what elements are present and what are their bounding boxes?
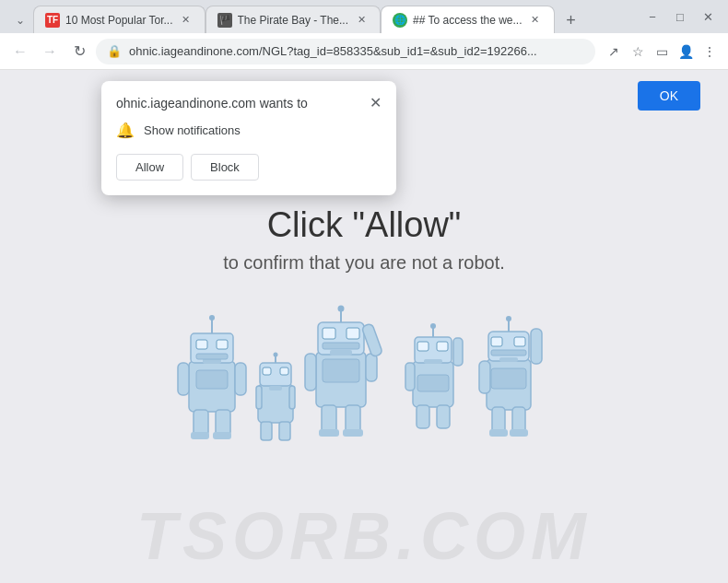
toolbar-icons: ↗ ☆ ▭ 👤 ⋮ <box>603 41 721 63</box>
svg-rect-48 <box>437 342 448 351</box>
forward-button[interactable]: → <box>37 39 63 64</box>
profile-icon[interactable]: 👤 <box>675 41 697 63</box>
svg-rect-32 <box>346 328 359 339</box>
reload-button[interactable]: ↻ <box>66 39 92 64</box>
tab-list-button[interactable]: ⌄ <box>7 7 33 33</box>
svg-rect-49 <box>417 375 449 391</box>
tab-2-favicon: 🏴 <box>217 13 232 28</box>
svg-rect-6 <box>217 340 228 349</box>
svg-rect-68 <box>510 429 528 437</box>
svg-rect-20 <box>263 367 271 375</box>
title-bar: ⌄ TF 10 Most Popular Tor... ✕ 🏴 The Pira… <box>0 0 728 33</box>
svg-rect-38 <box>322 405 336 433</box>
browser-content: TSORB.COM Click "Allow" to confirm that … <box>0 70 728 583</box>
page-subtext: to confirm that you are not a robot. <box>223 252 505 274</box>
popup-title: ohnic.iageandinone.com wants to <box>116 96 308 111</box>
robots-illustration <box>170 301 558 449</box>
svg-rect-8 <box>196 370 228 389</box>
popup-buttons: Allow Block <box>116 154 382 181</box>
lock-icon: 🔒 <box>107 44 122 58</box>
bookmark-icon[interactable]: ☆ <box>627 41 649 63</box>
allow-button[interactable]: Allow <box>116 154 183 181</box>
svg-rect-53 <box>437 405 450 428</box>
notification-label: Show notifications <box>144 123 241 137</box>
page-headline: Click "Allow" <box>267 205 462 245</box>
tab-3-label: ## To access the we... <box>413 14 523 27</box>
close-button[interactable]: ✕ <box>695 4 721 29</box>
svg-rect-25 <box>279 422 290 440</box>
tab-1-favicon: TF <box>45 13 60 28</box>
svg-rect-33 <box>323 343 359 349</box>
tab-1-close[interactable]: ✕ <box>179 13 194 28</box>
tab-1[interactable]: TF 10 Most Popular Tor... ✕ <box>33 6 205 33</box>
svg-rect-31 <box>323 328 335 339</box>
svg-rect-60 <box>514 337 525 346</box>
sidebar-icon[interactable]: ▭ <box>651 41 673 63</box>
svg-rect-63 <box>531 329 542 364</box>
svg-rect-52 <box>417 405 429 428</box>
notification-popup: ohnic.iageandinone.com wants to ✕ 🔔 Show… <box>101 81 396 195</box>
svg-point-58 <box>506 316 511 321</box>
tab-3[interactable]: 🌐 ## To access the we... ✕ <box>381 6 555 33</box>
svg-rect-56 <box>499 357 518 362</box>
svg-rect-35 <box>305 354 316 391</box>
svg-rect-47 <box>417 342 429 351</box>
notification-row: 🔔 Show notifications <box>116 122 382 139</box>
svg-rect-59 <box>491 337 502 346</box>
svg-rect-64 <box>479 361 490 393</box>
svg-rect-50 <box>405 363 415 391</box>
back-button[interactable]: ← <box>7 39 33 64</box>
svg-rect-24 <box>261 422 272 440</box>
tab-2-close[interactable]: ✕ <box>354 13 369 28</box>
popup-header: ohnic.iageandinone.com wants to ✕ <box>116 96 382 111</box>
svg-rect-10 <box>235 363 246 395</box>
minimize-button[interactable]: − <box>640 4 665 29</box>
tab-1-label: 10 Most Popular Tor... <box>65 14 173 27</box>
popup-close-icon[interactable]: ✕ <box>370 96 382 111</box>
tab-3-close[interactable]: ✕ <box>528 13 543 28</box>
address-bar: ← → ↻ 🔒 ohnic.iageandinone.com/NGL?tag_i… <box>0 33 728 70</box>
tab-2[interactable]: 🏴 The Pirate Bay - The... ✕ <box>205 6 382 33</box>
svg-rect-61 <box>491 350 526 356</box>
url-text: ohnic.iageandinone.com/NGL?tag_id=858335… <box>129 44 584 58</box>
svg-rect-41 <box>343 429 363 437</box>
svg-point-19 <box>274 352 278 356</box>
svg-rect-66 <box>512 407 525 433</box>
robots-svg <box>170 301 558 449</box>
svg-rect-5 <box>196 340 207 349</box>
svg-rect-34 <box>323 359 359 382</box>
svg-rect-36 <box>366 354 377 381</box>
new-tab-button[interactable]: + <box>558 7 584 33</box>
ok-button[interactable]: OK <box>638 81 700 111</box>
svg-rect-11 <box>194 410 208 436</box>
svg-point-30 <box>338 305 345 311</box>
menu-icon[interactable]: ⋮ <box>699 41 721 63</box>
svg-rect-9 <box>178 363 189 395</box>
svg-point-4 <box>209 315 215 321</box>
bell-icon: 🔔 <box>116 122 135 139</box>
svg-rect-67 <box>489 429 508 437</box>
svg-point-46 <box>430 323 436 329</box>
tab-2-label: The Pirate Bay - The... <box>238 14 349 27</box>
svg-rect-40 <box>319 429 339 437</box>
svg-rect-13 <box>191 432 209 439</box>
svg-rect-7 <box>196 354 228 359</box>
address-field[interactable]: 🔒 ohnic.iageandinone.com/NGL?tag_id=8583… <box>96 39 595 64</box>
svg-rect-44 <box>424 359 442 364</box>
block-button[interactable]: Block <box>191 154 259 181</box>
svg-rect-12 <box>216 410 230 436</box>
share-icon[interactable]: ↗ <box>603 41 625 63</box>
maximize-button[interactable]: □ <box>667 4 693 29</box>
svg-rect-21 <box>280 367 288 375</box>
tab-3-favicon: 🌐 <box>393 13 407 28</box>
watermark: TSORB.COM <box>136 498 592 574</box>
svg-rect-62 <box>491 368 526 389</box>
svg-rect-23 <box>289 386 295 409</box>
svg-rect-39 <box>346 405 360 433</box>
svg-rect-28 <box>330 350 352 356</box>
window-controls: − □ ✕ <box>640 4 721 29</box>
svg-rect-65 <box>492 407 505 433</box>
svg-rect-51 <box>453 338 463 366</box>
svg-rect-17 <box>269 386 282 391</box>
svg-rect-22 <box>256 386 262 409</box>
